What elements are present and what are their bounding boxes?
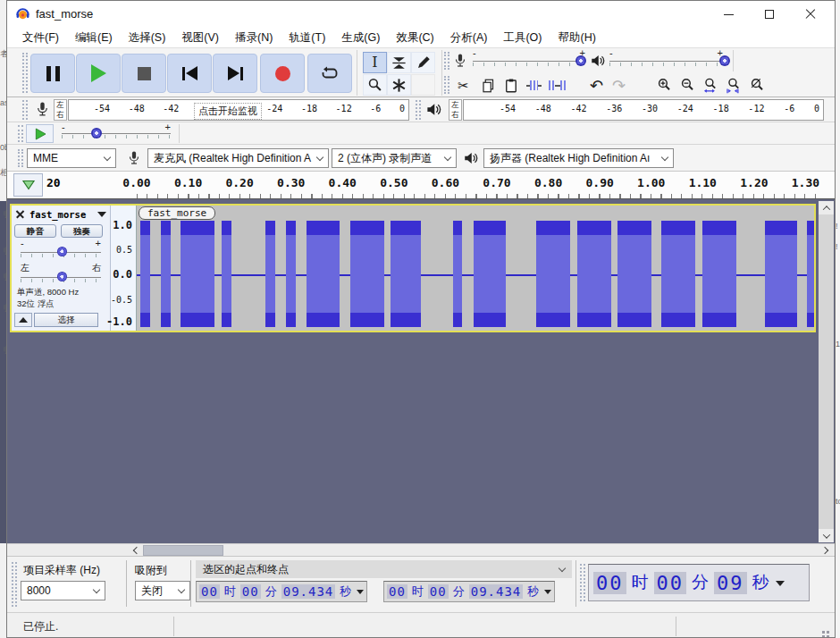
vertical-ruler-label: 0.5 xyxy=(116,245,132,255)
zoom-toggle-button[interactable] xyxy=(746,75,769,96)
menu-item[interactable]: 工具(O) xyxy=(495,28,550,48)
playback-device-select[interactable]: 扬声器 (Realtek High Definition Aı xyxy=(483,148,674,168)
horizontal-scroll-thumb[interactable] xyxy=(143,545,223,556)
device-toolbar-grip[interactable] xyxy=(18,149,23,167)
selection-range-mode-select[interactable]: 选区的起点和终点 xyxy=(196,560,572,578)
zoom-in-button[interactable] xyxy=(653,75,676,96)
zoom-toggle-icon xyxy=(749,77,766,94)
skip-to-start-button[interactable] xyxy=(167,54,212,93)
title-bar[interactable]: fast_morse xyxy=(7,1,835,28)
play-at-speed-grip[interactable] xyxy=(18,125,23,142)
playback-volume-thumb[interactable] xyxy=(719,55,730,66)
recording-meter[interactable]: -54-48-42-36-30-24-18-12-60 点击开始监视 xyxy=(68,99,409,121)
menu-item[interactable]: 帮助(H) xyxy=(550,28,603,48)
track-close-button[interactable] xyxy=(14,208,26,220)
track-title-menu[interactable]: fast_morse xyxy=(29,207,106,221)
selection-start-time[interactable]: 00时 00分 09.434秒 xyxy=(196,581,367,602)
playback-volume-slider[interactable]: - + xyxy=(609,54,723,70)
recording-volume-thumb[interactable] xyxy=(575,55,586,66)
undo-icon: ↶ xyxy=(590,78,603,94)
loop-button[interactable] xyxy=(307,54,352,93)
undo-button[interactable]: ↶ xyxy=(585,75,608,96)
snap-to-select[interactable]: 关闭 xyxy=(135,581,190,600)
close-button[interactable] xyxy=(790,1,831,28)
fit-project-button[interactable] xyxy=(723,75,745,96)
monitor-tooltip[interactable]: 点击开始监视 xyxy=(194,103,262,120)
time-toolbar-grip[interactable] xyxy=(580,564,585,601)
scroll-right-button[interactable] xyxy=(819,544,831,557)
pan-slider[interactable]: 左 右 xyxy=(21,270,101,286)
recording-meter-grip[interactable] xyxy=(22,100,28,120)
zoom-tool-button[interactable] xyxy=(363,74,387,96)
menu-item[interactable]: 轨道(T) xyxy=(281,28,333,48)
minimize-button[interactable] xyxy=(708,1,749,28)
play-at-speed-button[interactable] xyxy=(26,124,54,143)
project-rate-select[interactable]: 8000 xyxy=(21,581,105,600)
recording-device-select[interactable]: 麦克风 (Realtek High Definition A xyxy=(147,148,329,168)
envelope-tool-button[interactable] xyxy=(387,52,411,73)
record-button[interactable] xyxy=(260,54,305,93)
meter-scale-label: 0 xyxy=(814,104,819,113)
collapse-track-button[interactable] xyxy=(14,313,32,327)
menu-item[interactable]: 生成(G) xyxy=(333,28,388,48)
stop-button[interactable] xyxy=(122,54,166,93)
time-format-caret[interactable] xyxy=(776,581,785,591)
menu-item[interactable]: 分析(A) xyxy=(442,28,496,48)
timeline-ticks xyxy=(137,194,824,198)
select-track-button[interactable]: 选择 xyxy=(34,313,98,327)
recording-channels-select[interactable]: 2 (立体声) 录制声道 xyxy=(332,148,457,168)
edit-toolbar-grip[interactable] xyxy=(444,76,449,94)
menu-item[interactable]: 播录(N) xyxy=(227,28,281,48)
cut-button[interactable]: ✂ xyxy=(452,75,475,96)
scroll-up-button[interactable] xyxy=(819,201,834,214)
time-format-caret[interactable] xyxy=(357,590,364,598)
solo-button[interactable]: 独奏 xyxy=(61,224,103,238)
copy-button[interactable] xyxy=(477,75,500,96)
skip-to-end-button[interactable] xyxy=(213,54,257,93)
zoom-to-selection-button[interactable] xyxy=(700,75,722,96)
zoom-out-icon xyxy=(679,77,696,94)
gain-slider[interactable]: - + xyxy=(21,245,101,261)
play-speed-thumb[interactable] xyxy=(91,128,102,139)
time-format-caret[interactable] xyxy=(544,590,551,598)
mute-button[interactable]: 静音 xyxy=(14,224,56,238)
track-vertical-ruler[interactable]: 1.00.50.0-0.5-1.0 xyxy=(111,206,137,331)
timeline-options-button[interactable] xyxy=(13,173,43,197)
menu-item[interactable]: 效果(C) xyxy=(388,28,441,48)
menu-item[interactable]: 编辑(E) xyxy=(67,28,121,48)
zoom-out-button[interactable] xyxy=(676,75,699,96)
status-message: 已停止. xyxy=(23,619,58,634)
recording-volume-slider[interactable]: - + xyxy=(473,54,585,70)
trim-audio-button[interactable] xyxy=(523,75,545,96)
transport-toolbar-grip[interactable] xyxy=(22,53,28,93)
selection-tool-button[interactable]: I xyxy=(363,52,387,73)
resize-grip[interactable] xyxy=(827,631,829,634)
selection-toolbar-grip[interactable] xyxy=(12,562,17,607)
draw-tool-button[interactable] xyxy=(411,52,435,73)
clip-name-tag[interactable]: fast_morse xyxy=(139,206,215,220)
scroll-down-button[interactable] xyxy=(819,529,834,542)
waveform-view[interactable]: fast_morse xyxy=(137,206,814,331)
silence-audio-button[interactable] xyxy=(546,75,568,96)
horizontal-scrollbar[interactable] xyxy=(7,543,835,556)
play-speed-slider[interactable]: - + xyxy=(62,126,171,142)
playback-meter-grip[interactable] xyxy=(416,100,421,120)
paste-button[interactable] xyxy=(500,75,522,96)
menu-item[interactable]: 视图(V) xyxy=(173,28,227,48)
play-button[interactable] xyxy=(76,54,121,93)
selection-end-time[interactable]: 00时 00分 09.434秒 xyxy=(383,581,555,602)
menu-item[interactable]: 选择(S) xyxy=(121,28,174,48)
audio-position-time[interactable]: 00时 00分 09秒 xyxy=(588,564,810,601)
redo-button[interactable]: ↷ xyxy=(608,75,630,96)
pause-button[interactable] xyxy=(30,54,75,93)
waveform-block xyxy=(577,221,611,327)
playback-meter[interactable]: -54-48-42-36-30-24-18-12-60 xyxy=(463,99,824,121)
audio-host-select[interactable]: MME xyxy=(27,148,116,168)
maximize-button[interactable] xyxy=(749,1,790,28)
menu-item[interactable]: 文件(F) xyxy=(14,28,67,48)
mixer-toolbar-grip[interactable] xyxy=(444,52,449,70)
multi-tool-button[interactable] xyxy=(387,74,411,96)
timeline-ruler[interactable]: 20 0.000.100.200.300.400.500.600.700.800… xyxy=(7,172,835,199)
scroll-left-button[interactable] xyxy=(130,544,143,557)
vertical-scrollbar[interactable] xyxy=(819,201,834,542)
